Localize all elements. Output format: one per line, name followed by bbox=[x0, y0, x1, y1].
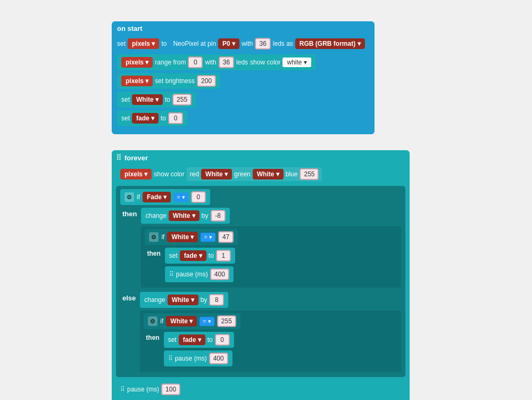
leds-count-1[interactable]: 36 bbox=[255, 38, 270, 50]
fade-var-1[interactable]: fade ▾ bbox=[132, 113, 159, 124]
set-fade-nested-2-label: set bbox=[168, 336, 177, 344]
nested-val-2[interactable]: 255 bbox=[217, 315, 236, 327]
green-label: green bbox=[234, 170, 251, 178]
white-change-2[interactable]: White ▾ bbox=[168, 295, 198, 305]
pause-nested-1-row: ⠿ pause (ms) 400 bbox=[165, 266, 235, 282]
blue-label: blue bbox=[286, 170, 298, 178]
from-val[interactable]: 0 bbox=[188, 56, 203, 68]
neopixel-text: NeoPixel at pin bbox=[173, 40, 216, 47]
pause-final-label: pause (ms) bbox=[127, 386, 159, 393]
fade-nested-to-1: to bbox=[209, 252, 214, 259]
white-var-1[interactable]: White ▾ bbox=[132, 94, 163, 105]
blue-val[interactable]: 255 bbox=[300, 168, 319, 180]
pause-nested-val-1[interactable]: 400 bbox=[210, 268, 229, 280]
set-brightness-text: set brightness bbox=[155, 77, 195, 85]
pixels-dropdown-4[interactable]: pixels ▾ bbox=[120, 169, 152, 179]
white-nested-if-2[interactable]: White ▾ bbox=[166, 316, 197, 326]
range-block: pixels ▾ range from 0 with 36 leds show … bbox=[117, 54, 315, 70]
fade-nested-val-2[interactable]: 0 bbox=[215, 334, 230, 346]
on-start-block: on start set pixels ▾ to NeoPixel at pin… bbox=[112, 21, 375, 134]
if-fade-block: ⚙ if Fade ▾ = ▾ 0 bbox=[120, 189, 210, 205]
white-val[interactable]: 255 bbox=[172, 94, 192, 105]
to-label: to bbox=[161, 40, 167, 47]
change-label-1: change bbox=[145, 212, 166, 219]
if-label: if bbox=[137, 193, 140, 201]
eq-op[interactable]: = ▾ bbox=[173, 193, 188, 202]
show-color-rgb-row: pixels ▾ show color red White ▾ green Wh… bbox=[116, 165, 405, 183]
set-white-block: set White ▾ to 255 bbox=[117, 92, 196, 108]
pause-final-block: ⠿ pause (ms) 100 bbox=[116, 381, 185, 397]
if-row-fade: ⚙ if Fade ▾ = ▾ 0 bbox=[120, 189, 401, 205]
pause-nested-val-2[interactable]: 400 bbox=[209, 353, 228, 364]
gear-icon-3[interactable]: ⚙ bbox=[148, 316, 157, 326]
if-fade-container: ⚙ if Fade ▾ = ▾ 0 then change White ▾ bbox=[116, 186, 405, 377]
rgb-show-block: pixels ▾ show color red White ▾ green Wh… bbox=[116, 165, 326, 183]
nested-then-1: then bbox=[145, 250, 160, 257]
change-val-2[interactable]: 8 bbox=[209, 294, 224, 306]
set-fade-nested-1-block: set fade ▾ to 1 bbox=[165, 248, 235, 264]
pixels-dropdown-3[interactable]: pixels ▾ bbox=[121, 76, 153, 86]
fade-val[interactable]: 0 bbox=[168, 112, 183, 124]
white-change-1[interactable]: White ▾ bbox=[169, 210, 200, 221]
change-white-block-1: change White ▾ by -8 bbox=[141, 208, 229, 224]
set-label: set bbox=[117, 40, 126, 47]
pause-dots-1: ⠿ bbox=[169, 271, 174, 278]
change-white-block-2: change White ▾ by 8 bbox=[140, 292, 228, 308]
white-green-dropdown[interactable]: White ▾ bbox=[253, 169, 284, 179]
set-white-row: set White ▾ to 255 bbox=[117, 92, 369, 108]
set-pixels-row: set pixels ▾ to NeoPixel at pin P0 ▾ wit… bbox=[117, 36, 369, 52]
then-label-1: then bbox=[120, 210, 137, 218]
forever-block: ⠿ forever pixels ▾ show color red White … bbox=[112, 150, 410, 400]
by-label-1: by bbox=[202, 212, 209, 219]
pixels-dropdown-2[interactable]: pixels ▾ bbox=[121, 57, 153, 68]
pause-final-row: ⠿ pause (ms) 100 bbox=[116, 381, 405, 397]
fade-nested-val-1[interactable]: 1 bbox=[216, 250, 231, 262]
pin-dropdown[interactable]: P0 ▾ bbox=[218, 38, 239, 49]
nested-if-2-container: ⚙ if White ▾ = ▾ 255 then bbox=[140, 311, 401, 372]
leds-as-text: leds as bbox=[273, 40, 293, 47]
white-red-dropdown[interactable]: White ▾ bbox=[201, 169, 232, 179]
fade-nested-to-2: to bbox=[207, 336, 213, 344]
gear-icon-1[interactable]: ⚙ bbox=[124, 192, 134, 202]
white-nested-if-1[interactable]: White ▾ bbox=[167, 232, 198, 242]
leds-count-2[interactable]: 36 bbox=[219, 56, 234, 68]
nested-eq-1[interactable]: = ▾ bbox=[201, 233, 215, 242]
pause-dots-2: ⠿ bbox=[168, 355, 173, 362]
set-white-label: set bbox=[121, 96, 130, 103]
fade-nested-var-1[interactable]: fade ▾ bbox=[180, 250, 206, 261]
format-dropdown[interactable]: RGB (GRB format) ▾ bbox=[295, 38, 365, 49]
brightness-row: pixels ▾ set brightness 200 bbox=[117, 73, 369, 89]
fade-if-dropdown[interactable]: Fade ▾ bbox=[143, 192, 171, 202]
with-text: with bbox=[242, 40, 253, 47]
color-white-swatch[interactable]: white ▾ bbox=[282, 58, 311, 67]
by-label-2: by bbox=[201, 296, 207, 304]
zero-val[interactable]: 0 bbox=[191, 191, 206, 203]
color-white-label: white ▾ bbox=[287, 59, 306, 66]
pause-nested-1-label: pause (ms) bbox=[176, 271, 208, 278]
nested-then-2: then bbox=[144, 334, 159, 341]
set-fade-nested-2-block: set fade ▾ to 0 bbox=[164, 332, 234, 348]
change-val-1[interactable]: -8 bbox=[211, 210, 226, 222]
pixels-dropdown-1[interactable]: pixels ▾ bbox=[128, 38, 159, 49]
set-fade-label: set bbox=[121, 115, 130, 122]
pause-nested-2-block: ⠿ pause (ms) 400 bbox=[164, 350, 232, 366]
change-white-row-1: change White ▾ by -8 bbox=[141, 208, 401, 224]
nested-if-2-block: ⚙ if White ▾ = ▾ 255 bbox=[144, 313, 240, 329]
fade-nested-var-2[interactable]: fade ▾ bbox=[179, 334, 205, 345]
nested-if-2-row: ⚙ if White ▾ = ▾ 255 bbox=[144, 313, 397, 329]
nested-val-1[interactable]: 47 bbox=[218, 231, 234, 243]
pause-nested-2-row: ⠿ pause (ms) 400 bbox=[164, 350, 234, 366]
nested-eq-2[interactable]: = ▾ bbox=[200, 317, 214, 326]
on-start-label: on start bbox=[117, 25, 143, 32]
nested-if-1-row: ⚙ if White ▾ = ▾ 47 bbox=[145, 229, 397, 245]
nested-if-1-label: if bbox=[161, 233, 164, 241]
pause-final-val[interactable]: 100 bbox=[161, 383, 180, 395]
set-fade-row: set fade ▾ to 0 bbox=[117, 110, 369, 126]
nested-if-1-block: ⚙ if White ▾ = ▾ 47 bbox=[145, 229, 238, 245]
brightness-val[interactable]: 200 bbox=[197, 75, 216, 87]
range-text: range from bbox=[155, 59, 186, 66]
gear-icon-2[interactable]: ⚙ bbox=[149, 232, 159, 242]
forever-label: forever bbox=[124, 154, 148, 162]
to-label-1: to bbox=[165, 96, 170, 103]
set-fade-nested-1-row: set fade ▾ to 1 bbox=[165, 248, 235, 264]
